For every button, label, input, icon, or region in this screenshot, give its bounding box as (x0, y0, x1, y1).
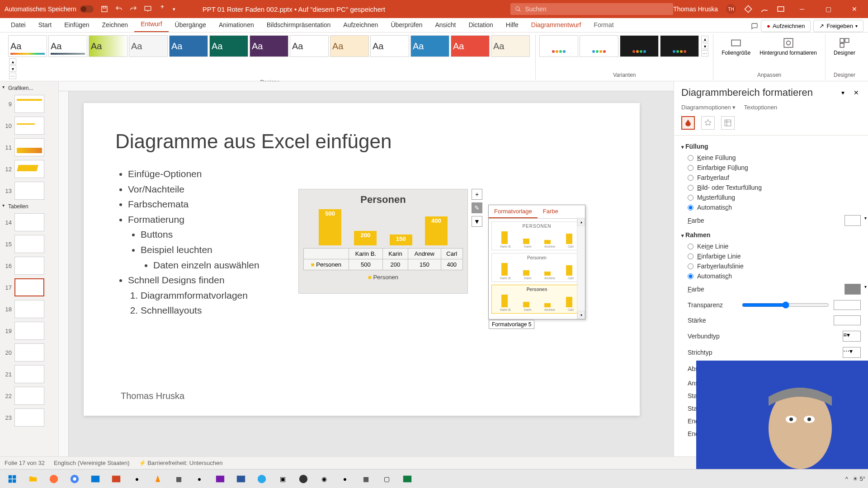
draw-icon[interactable] (760, 5, 769, 13)
tab-ansicht[interactable]: Ansicht (429, 18, 462, 32)
explorer-icon[interactable] (24, 471, 42, 487)
visio-icon[interactable] (231, 471, 250, 487)
radio-fill-pattern[interactable]: Musterfüllung (681, 192, 861, 202)
slide-size-button[interactable]: Foliengröße (717, 35, 755, 58)
redo-icon[interactable] (129, 5, 137, 13)
design-theme-9[interactable]: Aa (330, 35, 369, 57)
chart-elements-icon[interactable]: + (472, 189, 482, 200)
radio-border-none[interactable]: Keine Linie (681, 241, 861, 251)
variant-gallery-more[interactable]: ▴▾⋯ (700, 35, 709, 57)
accessibility-check[interactable]: ⚡ Barrierefreiheit: Untersuchen (139, 460, 223, 466)
save-icon[interactable] (100, 5, 108, 13)
tab-diagrammentwurf[interactable]: Diagrammentwurf (525, 18, 587, 32)
thumb-20[interactable] (14, 343, 44, 361)
section-grafiken[interactable]: Grafiken... (0, 83, 58, 93)
format-pane-close-icon[interactable]: ✕ (852, 87, 861, 98)
radio-border-auto[interactable]: Automatisch (681, 271, 861, 281)
variant-3[interactable] (620, 35, 659, 57)
design-theme-5[interactable]: Aa (169, 35, 208, 57)
chart-filter-icon[interactable]: ▼ (472, 216, 482, 227)
design-theme-3[interactable]: Aa (89, 35, 127, 57)
compound-select[interactable]: ≡▾ (843, 331, 861, 342)
radio-border-gradient[interactable]: Farbverlaufslinie (681, 261, 861, 271)
language-indicator[interactable]: Englisch (Vereinigte Staaten) (54, 460, 130, 466)
design-theme-4[interactable]: Aa (129, 35, 168, 57)
thumb-12[interactable] (14, 160, 44, 178)
tab-zeichnen[interactable]: Zeichnen (96, 18, 135, 32)
telegram-icon[interactable] (252, 471, 271, 487)
thumb-19[interactable] (14, 322, 44, 340)
transparency-slider[interactable] (742, 301, 829, 309)
onenote-icon[interactable] (211, 471, 230, 487)
outlook-icon[interactable] (86, 471, 105, 487)
radio-fill-gradient[interactable]: Farbverlauf (681, 173, 861, 183)
vlc-icon[interactable] (148, 471, 167, 487)
thumb-18[interactable] (14, 300, 44, 318)
thumb-17[interactable] (14, 278, 44, 296)
chart-bar-1[interactable]: 500 (319, 209, 341, 245)
tab-aufzeichnen[interactable]: Aufzeichnen (337, 18, 384, 32)
radio-fill-solid[interactable]: Einfarbige Füllung (681, 163, 861, 173)
tab-datei[interactable]: Datei (5, 18, 32, 32)
excel-icon[interactable] (398, 471, 417, 487)
start-button[interactable] (3, 471, 22, 487)
style-option-2[interactable]: Personen Karin B.KarinAndrewCarl (491, 253, 582, 282)
design-gallery-more[interactable]: ▴▾⋯ (8, 58, 17, 79)
obs-icon[interactable] (294, 471, 313, 487)
thumb-13[interactable] (14, 182, 44, 200)
radio-fill-picture[interactable]: Bild- oder Texturfüllung (681, 183, 861, 192)
design-theme-10[interactable]: Aa (370, 35, 409, 57)
border-color-button[interactable] (844, 284, 861, 295)
design-theme-7[interactable]: Aa (250, 35, 288, 57)
transparency-input[interactable] (834, 300, 861, 310)
fill-color-button[interactable] (844, 215, 861, 226)
tab-animationen[interactable]: Animationen (212, 18, 260, 32)
thumb-23[interactable] (14, 408, 44, 427)
style-option-1[interactable]: PERSONEN Karin B.KarinAndrewCarl (491, 221, 582, 250)
chart-bar-2[interactable]: 200 (354, 231, 377, 245)
radio-fill-none[interactable]: Keine Füllung (681, 153, 861, 163)
minimize-button[interactable]: ─ (793, 2, 811, 16)
app-icon-2[interactable]: ▦ (169, 471, 188, 487)
maximize-button[interactable]: ▢ (819, 2, 837, 16)
thumb-21[interactable] (14, 365, 44, 383)
size-icon[interactable] (721, 116, 735, 130)
design-theme-6[interactable]: Aa (209, 35, 248, 57)
slide-canvas[interactable]: Diagramme aus Excel einfügen Einfüge-Opt… (84, 103, 640, 416)
format-pane-dropdown-icon[interactable]: ▾ (840, 87, 846, 98)
app-icon-1[interactable]: ● (127, 471, 146, 487)
undo-icon[interactable] (115, 5, 123, 13)
design-theme-12[interactable]: Aa (451, 35, 490, 57)
chart-bar-4[interactable]: 400 (425, 216, 448, 245)
chart-styles-icon[interactable]: ✎ (472, 202, 482, 213)
tab-bildschirm[interactable]: Bildschirmpräsentation (260, 18, 337, 32)
style-tab-format[interactable]: Formatvorlage (489, 205, 538, 218)
close-button[interactable]: ✕ (845, 2, 863, 16)
comments-icon[interactable] (751, 23, 758, 30)
share-button[interactable]: ↗Freigeben▾ (813, 20, 863, 32)
qat-more-icon[interactable]: ▾ (173, 6, 175, 12)
section-fill[interactable]: Füllung (681, 140, 861, 153)
style-popup-scrollbar[interactable]: ▴ ▾ (577, 218, 585, 319)
variant-2[interactable] (580, 35, 618, 57)
bg-format-button[interactable]: Hintergrund formatieren (755, 35, 821, 58)
design-theme-11[interactable]: Aa (410, 35, 449, 57)
autosave-toggle[interactable] (80, 5, 94, 13)
tab-start[interactable]: Start (32, 18, 58, 32)
variant-1[interactable] (539, 35, 578, 57)
design-theme-1[interactable]: Aa (8, 35, 47, 57)
thumb-11[interactable] (14, 138, 44, 156)
thumb-22[interactable] (14, 387, 44, 405)
format-tab-diagram[interactable]: Diagrammoptionen ▾ (681, 104, 736, 111)
tab-uebergaenge[interactable]: Übergänge (169, 18, 212, 32)
thumb-9[interactable] (14, 95, 44, 113)
chrome-icon[interactable] (65, 471, 84, 487)
chart-bar-3[interactable]: 150 (390, 235, 412, 245)
tab-entwurf[interactable]: Entwurf (134, 17, 168, 32)
present-icon[interactable] (144, 5, 152, 13)
tab-ueberpruefen[interactable]: Überprüfen (384, 18, 429, 32)
app-icon-6[interactable]: ● (335, 471, 354, 487)
thumb-10[interactable] (14, 117, 44, 135)
app-icon-7[interactable]: ▦ (356, 471, 375, 487)
dash-select[interactable]: ⋯▾ (843, 347, 861, 358)
